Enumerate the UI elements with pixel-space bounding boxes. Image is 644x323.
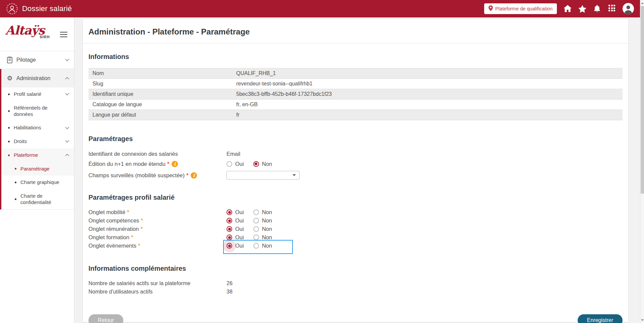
radio-label: Oui xyxy=(235,234,244,241)
bullet-icon xyxy=(15,198,16,200)
champs-surveilles-select[interactable] xyxy=(227,171,300,180)
altays-logo-text: Altaÿs xyxy=(5,23,45,37)
table-row: Nom QUALIF_RHB_1 xyxy=(88,68,623,79)
required-asterisk: * xyxy=(141,217,143,224)
chevron-down-icon xyxy=(65,59,69,61)
radio-non[interactable] xyxy=(253,226,259,232)
table-row: Identifiant unique 5bec38c3-bffb-452b-b4… xyxy=(88,89,623,100)
stat-value: 26 xyxy=(227,280,233,286)
menu-hamburger-icon[interactable] xyxy=(60,30,67,39)
sidebar-item-label: Paramétrage xyxy=(20,166,50,172)
radio-oui[interactable] xyxy=(227,243,232,249)
back-button[interactable]: Retour xyxy=(88,314,123,323)
radio-oui[interactable] xyxy=(227,226,232,232)
gear-icon: ⚙ xyxy=(6,74,13,82)
stat-value: 38 xyxy=(227,289,233,295)
dossier-salarie-icon xyxy=(6,3,18,15)
favorites-star-icon[interactable] xyxy=(578,5,586,13)
radio-label: Non xyxy=(262,234,272,241)
info-icon[interactable]: i xyxy=(191,172,197,179)
sidebar-item-charte-confidentialite[interactable]: Charte de confidentialité xyxy=(1,189,68,209)
sidebar-item-charte-graphique[interactable]: Charte graphique xyxy=(1,176,74,189)
altays-logo[interactable]: Altaÿs SIRH xyxy=(5,24,45,36)
sidebar-item-pilotage[interactable]: Pilotage xyxy=(0,51,74,69)
scroll-down-arrow[interactable] xyxy=(640,318,644,322)
row-value: 5bec38c3-bffb-452b-b46f-17327bdc1f23 xyxy=(232,89,623,100)
notifications-bell-icon[interactable] xyxy=(593,5,601,13)
radio-label: Non xyxy=(262,243,272,249)
app-title: Dossier salarié xyxy=(22,4,72,13)
apps-grid-icon[interactable] xyxy=(608,5,616,13)
sidebar-item-label: Administration xyxy=(16,75,50,81)
radio-label: Oui xyxy=(235,243,244,249)
sidebar-item-label: Charte graphique xyxy=(20,179,59,186)
radio-oui[interactable] xyxy=(227,161,232,167)
bullet-icon xyxy=(8,154,10,156)
section-title-informations: Informations xyxy=(88,53,623,61)
onglet-competences-radio-group: Oui Non xyxy=(227,217,272,224)
sidebar-item-administration[interactable]: ⚙ Administration xyxy=(1,69,74,87)
location-pin-icon xyxy=(489,5,493,12)
sidebar-item-label: Droits xyxy=(14,138,27,145)
bullet-icon xyxy=(8,93,10,95)
radio-non[interactable] xyxy=(253,209,259,215)
radio-label: Oui xyxy=(235,161,244,167)
row-value: fr, en-GB xyxy=(232,100,623,110)
row-label: Slug xyxy=(88,79,232,89)
scrollbar-thumb[interactable] xyxy=(641,6,644,194)
required-asterisk: * xyxy=(167,161,169,167)
row-label: Nom xyxy=(88,68,232,79)
chevron-up-icon xyxy=(65,154,69,156)
radio-non[interactable] xyxy=(253,161,259,167)
sidebar-item-plateforme[interactable]: Plateforme xyxy=(1,148,74,162)
radio-non[interactable] xyxy=(253,235,259,240)
radio-label: Oui xyxy=(235,217,244,224)
row-label: Catalogue de langue xyxy=(88,100,232,110)
sidebar-item-habilitations[interactable]: Habilitations xyxy=(1,121,74,135)
row-value: QUALIF_RHB_1 xyxy=(232,68,623,79)
page-title: Administration - Plateforme - Paramétrag… xyxy=(88,19,623,43)
table-row: Catalogue de langue fr, en-GB xyxy=(88,100,623,110)
required-asterisk: * xyxy=(131,234,133,241)
save-button[interactable]: Enregistrer xyxy=(578,314,623,323)
platform-qualification-button[interactable]: Plateforme de qualification xyxy=(484,3,557,14)
field-label: Onglet compétences * xyxy=(88,217,227,224)
field-label: Édition du n+1 en mode étendu * i xyxy=(88,161,227,167)
bullet-icon xyxy=(15,182,16,183)
sidebar-item-profil-salarie[interactable]: Profil salarié xyxy=(1,87,74,101)
sidebar-item-referentiels[interactable]: Référentiels de données xyxy=(1,101,65,121)
sidebar-item-label: Habilitations xyxy=(14,125,41,131)
info-icon[interactable]: i xyxy=(172,161,178,167)
field-label: Nombre d'utilisateurs actifs xyxy=(88,289,227,295)
required-asterisk: * xyxy=(138,243,140,249)
field-label: Onglet formation * xyxy=(88,234,227,241)
altays-logo-subtext: SIRH xyxy=(40,35,50,39)
sidebar-item-parametrage[interactable]: Paramétrage xyxy=(1,162,74,176)
chevron-up-icon xyxy=(65,77,69,80)
sidebar-item-droits[interactable]: Droits xyxy=(1,135,74,148)
section-title-parametrages: Paramétrages xyxy=(88,135,623,143)
scroll-up-arrow[interactable] xyxy=(640,1,644,5)
vertical-scrollbar[interactable] xyxy=(640,0,644,323)
user-avatar[interactable] xyxy=(623,3,634,14)
sidebar-item-label: Plateforme xyxy=(14,152,38,158)
home-icon[interactable] xyxy=(564,5,572,13)
row-value: revendeur-test-sonia--qualifrhb1 xyxy=(232,79,623,89)
connexion-value: Email xyxy=(227,151,240,157)
radio-non[interactable] xyxy=(253,243,259,249)
sidebar-item-label: Référentiels de données xyxy=(14,105,60,118)
row-label: Langue par défaut xyxy=(88,110,232,120)
required-asterisk: * xyxy=(186,172,188,179)
table-row: Slug revendeur-test-sonia--qualifrhb1 xyxy=(88,79,623,89)
bullet-icon xyxy=(8,141,10,142)
sidebar-item-label: Pilotage xyxy=(16,57,36,63)
radio-oui[interactable] xyxy=(227,218,232,223)
required-asterisk: * xyxy=(140,226,142,232)
radio-oui[interactable] xyxy=(227,209,232,215)
chevron-down-icon xyxy=(65,127,69,129)
informations-table: Nom QUALIF_RHB_1 Slug revendeur-test-son… xyxy=(88,68,623,120)
radio-non[interactable] xyxy=(253,218,259,223)
section-title-complementaires: Informations complémentaires xyxy=(88,265,623,272)
bullet-icon xyxy=(15,168,16,170)
radio-label: Non xyxy=(262,226,272,232)
